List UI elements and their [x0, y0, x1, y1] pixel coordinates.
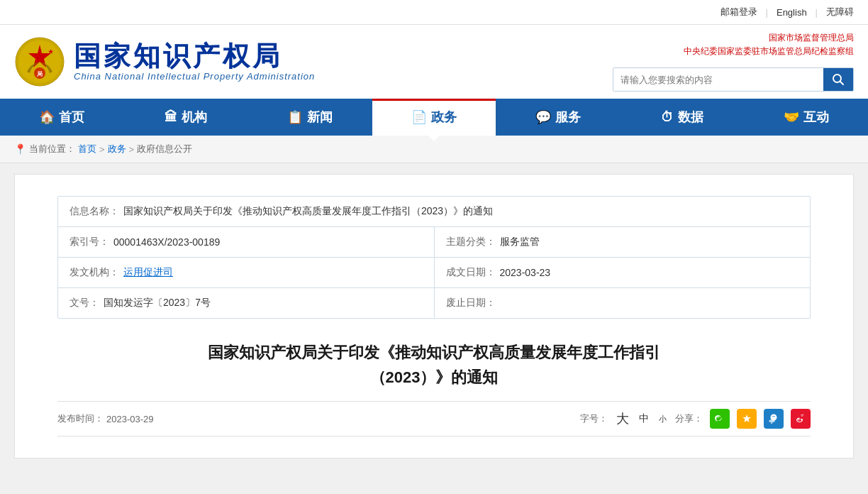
- breadcrumb-prefix: 当前位置：: [29, 143, 75, 155]
- org-icon: 🏛: [165, 110, 177, 125]
- info-cell-doc: 文号： 国知发运字〔2023〕7号: [58, 288, 435, 318]
- search-button[interactable]: [823, 68, 853, 91]
- article-title: 国家知识产权局关于印发《推动知识产权高质量发展年度工作指引 （2023）》的通知: [57, 340, 811, 390]
- info-cell-ref: 索引号： 00001463X/2023-00189: [58, 227, 435, 257]
- header-link1[interactable]: 国家市场监督管理总局: [769, 32, 854, 44]
- info-table: 信息名称： 国家知识产权局关于印发《推动知识产权高质量发展年度工作指引（2023…: [57, 196, 811, 319]
- breadcrumb-current: 政府信息公开: [137, 143, 192, 155]
- header-links: 国家市场监督管理总局 中央纪委国家监委驻市场监管总局纪检监察组: [684, 32, 854, 57]
- doc-value: 国知发运字〔2023〕7号: [104, 297, 211, 309]
- share-wechat-button[interactable]: [710, 409, 730, 429]
- article-meta: 发布时间： 2023-03-29 字号： 大 中 小 分享：: [57, 401, 811, 437]
- qq-icon: [768, 413, 779, 424]
- header-link2[interactable]: 中央纪委国家监委驻市场监管总局纪检监察组: [684, 45, 854, 57]
- article-title-line2: （2023）》的通知: [57, 365, 811, 390]
- affairs-icon: 📄: [411, 109, 427, 125]
- nav-label-affairs: 政务: [431, 109, 457, 126]
- email-login-link[interactable]: 邮箱登录: [720, 6, 757, 18]
- ref-label: 索引号：: [69, 236, 109, 248]
- svg-point-9: [799, 420, 799, 421]
- divider1: |: [766, 7, 768, 18]
- share-favorites-button[interactable]: [737, 409, 757, 429]
- nav-label-news: 新闻: [307, 109, 333, 126]
- logo-subtitle: China National Intellectual Property Adm…: [74, 71, 315, 82]
- data-icon: ⏱: [661, 110, 674, 125]
- date-label: 成文日期：: [446, 266, 496, 279]
- interact-icon: 🤝: [784, 109, 799, 125]
- breadcrumb-sep1: >: [99, 144, 105, 155]
- nav-label-home: 首页: [59, 109, 84, 126]
- svg-text:局: 局: [36, 71, 43, 77]
- nav-item-home[interactable]: 🏠 首页: [0, 99, 124, 136]
- org-value[interactable]: 运用促进司: [123, 266, 173, 279]
- news-icon: 📋: [287, 109, 303, 125]
- nav-item-news[interactable]: 📋 新闻: [248, 99, 372, 136]
- wechat-icon: [714, 413, 725, 424]
- doc-label: 文号：: [69, 297, 99, 309]
- search-input[interactable]: [613, 70, 823, 90]
- nav-item-interact[interactable]: 🤝 互动: [744, 99, 868, 136]
- font-medium-btn[interactable]: 中: [638, 412, 650, 425]
- nav-item-data[interactable]: ⏱ 数据: [620, 99, 744, 136]
- divider2: |: [816, 7, 818, 18]
- nav-label-org: 机构: [182, 109, 207, 126]
- logo-title: 国家知识产权局: [74, 42, 315, 72]
- nav-label-service: 服务: [555, 109, 581, 126]
- star-icon: [741, 413, 752, 424]
- info-cell-org: 发文机构： 运用促进司: [58, 258, 435, 287]
- logo-area: 局 国家知识产权局 China National Intellectual Pr…: [14, 36, 599, 87]
- breadcrumb-home[interactable]: 首页: [78, 143, 96, 155]
- english-link[interactable]: English: [777, 7, 807, 18]
- service-icon: 💬: [535, 109, 551, 125]
- info-cell-theme: 主题分类： 服务监管: [435, 227, 811, 257]
- theme-value: 服务监管: [500, 236, 540, 248]
- article-title-line1: 国家知识产权局关于印发《推动知识产权高质量发展年度工作指引: [57, 340, 811, 365]
- publish-date: 2023-03-29: [106, 414, 154, 424]
- header: 局 国家知识产权局 China National Intellectual Pr…: [0, 25, 868, 99]
- svg-marker-8: [742, 415, 751, 422]
- weibo-icon: [795, 413, 806, 424]
- theme-label: 主题分类：: [446, 236, 496, 248]
- meta-publish: 发布时间： 2023-03-29: [57, 412, 154, 425]
- breadcrumb-sep2: >: [129, 144, 135, 155]
- active-bar: [372, 99, 496, 101]
- nav-item-affairs[interactable]: 📄 政务: [372, 99, 496, 136]
- info-cell-date: 成文日期： 2023-03-23: [435, 258, 811, 287]
- nav-label-interact: 互动: [803, 109, 829, 126]
- info-title-label: 信息名称：: [69, 205, 119, 218]
- svg-point-10: [800, 419, 801, 420]
- date-value: 2023-03-23: [500, 267, 551, 278]
- svg-line-7: [840, 82, 844, 85]
- logo-text-area: 国家知识产权局 China National Intellectual Prop…: [74, 42, 315, 82]
- font-label: 字号：: [580, 412, 608, 425]
- info-row-doc: 文号： 国知发运字〔2023〕7号 废止日期：: [58, 288, 810, 318]
- info-title-row: 信息名称： 国家知识产权局关于印发《推动知识产权高质量发展年度工作指引（2023…: [58, 197, 810, 227]
- font-small-btn[interactable]: 小: [657, 414, 668, 424]
- publish-label: 发布时间：: [57, 412, 104, 425]
- top-bar: 邮箱登录 | English | 无障碍: [0, 0, 868, 25]
- info-cell-expire: 废止日期：: [435, 288, 811, 318]
- location-icon: 📍: [14, 143, 26, 155]
- search-icon: [832, 73, 845, 86]
- info-title-value: 国家知识产权局关于印发《推动知识产权高质量发展年度工作指引（2023）》的通知: [123, 205, 493, 218]
- home-icon: 🏠: [39, 109, 55, 125]
- nav-item-service[interactable]: 💬 服务: [496, 99, 620, 136]
- ref-value: 00001463X/2023-00189: [113, 236, 220, 248]
- font-large-btn[interactable]: 大: [615, 410, 630, 427]
- org-label: 发文机构：: [69, 266, 119, 279]
- meta-controls: 字号： 大 中 小 分享：: [580, 409, 811, 429]
- info-row-ref: 索引号： 00001463X/2023-00189 主题分类： 服务监管: [58, 227, 810, 258]
- header-right: 国家市场监督管理总局 中央纪委国家监委驻市场监管总局纪检监察组: [613, 32, 854, 92]
- nav-label-data: 数据: [678, 109, 703, 126]
- share-qq-button[interactable]: [764, 409, 784, 429]
- main-content: 信息名称： 国家知识产权局关于印发《推动知识产权高质量发展年度工作指引（2023…: [14, 174, 854, 459]
- share-weibo-button[interactable]: [791, 409, 811, 429]
- logo-emblem: 局: [14, 36, 65, 87]
- search-bar: [613, 67, 854, 92]
- main-nav: 🏠 首页 🏛 机构 📋 新闻 📄 政务 💬 服务 ⏱ 数据 🤝 互动: [0, 99, 868, 136]
- share-label: 分享：: [675, 412, 703, 425]
- accessibility-link[interactable]: 无障碍: [826, 6, 854, 18]
- breadcrumb-affairs[interactable]: 政务: [108, 143, 126, 155]
- nav-item-org[interactable]: 🏛 机构: [124, 99, 248, 136]
- info-row-org: 发文机构： 运用促进司 成文日期： 2023-03-23: [58, 258, 810, 288]
